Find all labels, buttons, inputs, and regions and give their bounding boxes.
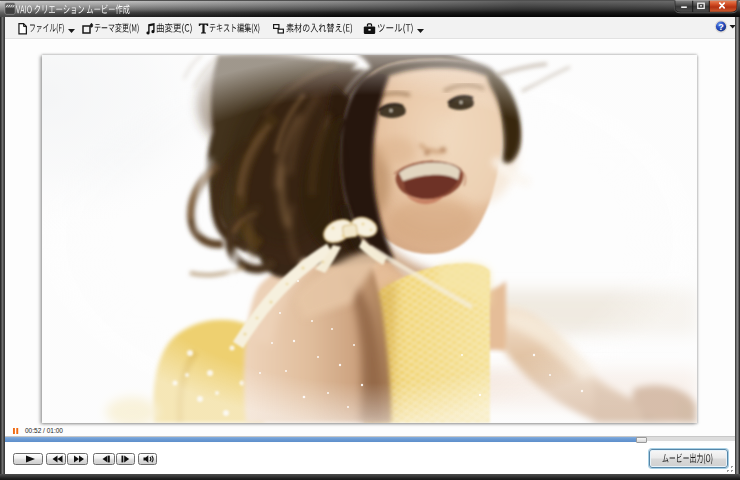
svg-text:?: ? (718, 22, 724, 32)
